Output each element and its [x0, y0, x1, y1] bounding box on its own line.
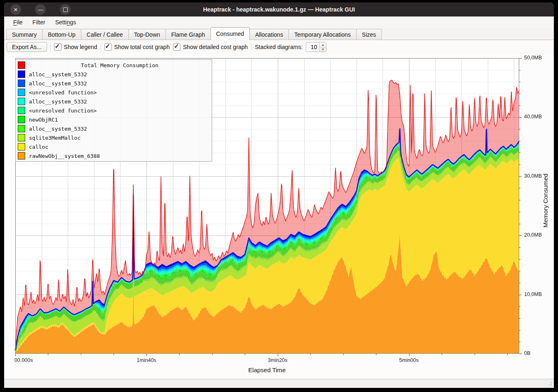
legend-swatch-icon	[18, 143, 25, 150]
spinner-up-icon: ▲	[322, 43, 324, 46]
tab-caller-callee[interactable]: Caller / Callee	[81, 29, 129, 40]
legend-entry-label: Total Memory Consumption	[29, 62, 210, 68]
y-tick-label: 30,0MB	[524, 173, 542, 179]
legend-entry[interactable]: calloc	[17, 142, 210, 151]
legend-entry[interactable]: alloc__system_5332	[17, 79, 210, 88]
legend-entry[interactable]: alloc__system_5332	[17, 97, 210, 106]
tab-temporary-allocations[interactable]: Temporary Allocations	[288, 29, 357, 40]
legend-swatch-icon	[18, 116, 25, 123]
legend-entry-label: <unresolved function>	[29, 108, 97, 114]
menu-bar: File Filter Settings	[4, 16, 554, 28]
y-axis-title: Memory Consumed	[542, 174, 549, 228]
legend-entry[interactable]: alloc__system_5332	[17, 70, 210, 79]
legend-swatch-icon	[18, 61, 25, 69]
y-tick-label: 0B	[524, 350, 530, 356]
x-tick-label: 1min40s	[137, 357, 156, 363]
show-legend-checkbox-group[interactable]: ✓ Show legend	[54, 43, 97, 51]
toolbar-separator	[251, 43, 251, 51]
tab-summary[interactable]: Summary	[6, 29, 43, 40]
legend-swatch-icon	[18, 89, 25, 96]
spinner-down-icon: ▼	[322, 48, 324, 51]
spinner-up-button[interactable]: ▲	[319, 42, 326, 47]
legend-entry-label: alloc__system_5332	[29, 99, 87, 105]
legend-entry-label: rawNewObj__system_6388	[29, 153, 100, 159]
tab-flame-graph[interactable]: Flame Graph	[166, 29, 211, 40]
consumed-chart-area: Total Memory Consumptionalloc__system_53…	[4, 54, 554, 379]
legend-entry[interactable]: alloc__system_5332	[17, 124, 210, 133]
chart-legend: Total Memory Consumptionalloc__system_53…	[15, 59, 212, 162]
tab-top-down[interactable]: Top-Down	[128, 29, 166, 40]
toolbar-separator	[101, 43, 101, 51]
status-bar	[4, 379, 554, 388]
screen: ✕ — Heaptrack - heaptrack.wakunode.1.gz …	[0, 0, 558, 392]
legend-entry-label: calloc	[29, 144, 48, 150]
show-total-cost-checkbox[interactable]: ✓	[104, 43, 112, 51]
toolbar-separator	[50, 43, 51, 51]
check-icon: ✓	[55, 42, 60, 50]
y-tick-label: 10,0MB	[524, 291, 542, 297]
stacked-diagrams-spinner[interactable]: 10 ▲ ▼	[306, 42, 326, 52]
show-detailed-cost-checkbox[interactable]: ✓	[173, 43, 180, 51]
legend-entry-label: alloc__system_5332	[29, 71, 87, 77]
show-total-cost-checkbox-group[interactable]: ✓ Show total cost graph	[104, 43, 170, 51]
check-icon: ✓	[105, 42, 111, 50]
spinner-down-button[interactable]: ▼	[319, 47, 326, 52]
title-bar[interactable]: ✕ — Heaptrack - heaptrack.wakunode.1.gz …	[4, 2, 554, 16]
legend-swatch-icon	[18, 125, 25, 132]
y-tick-label: 20,0MB	[524, 232, 542, 238]
toolbar: Export As... ✓ Show legend ✓ Show total …	[4, 40, 554, 54]
show-detailed-cost-label: Show detailed cost graph	[183, 44, 248, 50]
menu-settings[interactable]: Settings	[51, 18, 80, 27]
stacked-diagrams-label: Stacked diagrams:	[255, 44, 303, 50]
legend-entry-label: sqlite3MemMalloc	[29, 135, 80, 141]
show-detailed-cost-checkbox-group[interactable]: ✓ Show detailed cost graph	[173, 43, 248, 51]
show-total-cost-label: Show total cost graph	[114, 44, 170, 50]
legend-entry[interactable]: rawNewObj__system_6388	[17, 151, 210, 160]
legend-swatch-icon	[18, 107, 25, 114]
x-axis-title: Elapsed Time	[248, 366, 286, 373]
show-legend-label: Show legend	[64, 44, 97, 50]
legend-entry-label: alloc__system_5332	[29, 80, 87, 87]
legend-swatch-icon	[18, 80, 25, 87]
legend-entry[interactable]: newObjRC1	[17, 115, 210, 124]
legend-swatch-icon	[18, 98, 25, 105]
legend-entry-label: alloc__system_5332	[29, 126, 87, 132]
legend-swatch-icon	[18, 152, 25, 160]
x-tick-label: 3min20s	[268, 357, 287, 363]
menu-file[interactable]: File	[9, 18, 27, 27]
export-as-button[interactable]: Export As...	[7, 42, 47, 52]
legend-entry[interactable]: <unresolved function>	[17, 88, 210, 97]
tab-allocations[interactable]: Allocations	[249, 29, 289, 40]
window-title: Heaptrack - heaptrack.wakunode.1.gz — He…	[4, 6, 554, 13]
legend-entry[interactable]: sqlite3MemMalloc	[17, 133, 210, 142]
tab-bottom-up[interactable]: Bottom-Up	[42, 29, 81, 40]
tab-consumed[interactable]: Consumed	[210, 27, 250, 40]
legend-title-row[interactable]: Total Memory Consumption	[17, 61, 210, 70]
resize-grip-icon[interactable]	[547, 382, 552, 387]
app-window: ✕ — Heaptrack - heaptrack.wakunode.1.gz …	[4, 2, 554, 388]
y-tick-label: 40,0MB	[524, 114, 542, 120]
tab-sizes[interactable]: Sizes	[356, 29, 382, 40]
legend-entry-label: newObjRC1	[29, 117, 58, 123]
x-tick-label: 5min00s	[399, 357, 418, 363]
y-tick-label: 50,0MB	[524, 55, 542, 61]
menu-filter[interactable]: Filter	[28, 18, 50, 27]
tab-bar: Summary Bottom-Up Caller / Callee Top-Do…	[4, 28, 554, 40]
show-legend-checkbox[interactable]: ✓	[54, 43, 61, 51]
stacked-diagrams-value[interactable]: 10	[306, 42, 319, 52]
x-tick-label: 00.000s	[14, 357, 33, 363]
check-icon: ✓	[174, 42, 179, 50]
legend-swatch-icon	[18, 70, 25, 78]
legend-entry[interactable]: <unresolved function>	[17, 106, 210, 115]
legend-entry-label: <unresolved function>	[29, 89, 97, 96]
legend-swatch-icon	[18, 134, 25, 141]
